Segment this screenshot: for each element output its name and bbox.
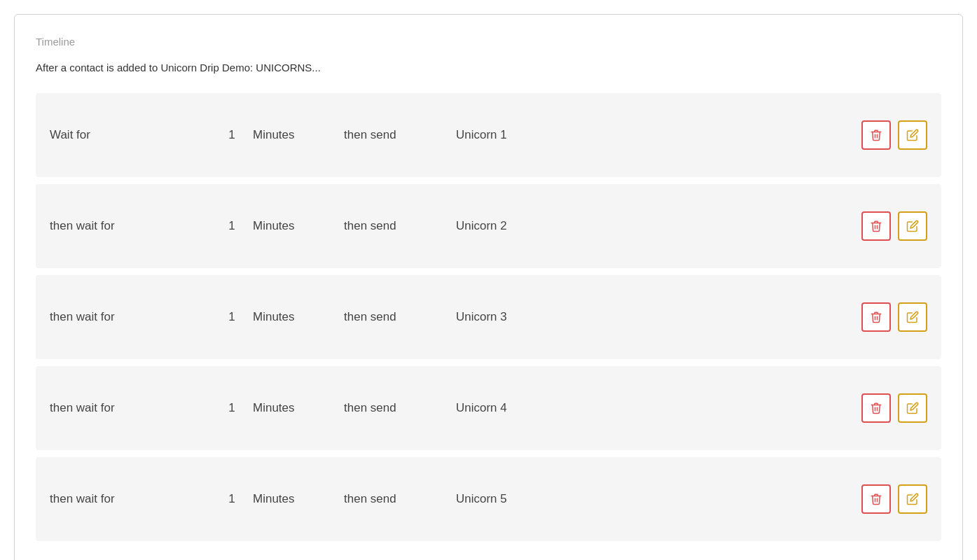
timeline-row: then wait for 1 Minutes then send Unicor… <box>36 457 941 541</box>
cell-then-send: then send <box>344 128 456 142</box>
timeline-container: Timeline After a contact is added to Uni… <box>14 14 963 560</box>
pencil-icon <box>906 311 919 323</box>
row-cells: then wait for 1 Minutes then send Unicor… <box>50 492 861 506</box>
cell-number: 1 <box>211 401 253 415</box>
delete-button[interactable] <box>861 120 891 150</box>
cell-actions <box>861 302 927 332</box>
edit-button[interactable] <box>898 302 927 332</box>
cell-wait-label: then wait for <box>50 219 211 233</box>
cell-wait-label: then wait for <box>50 310 211 324</box>
cell-campaign-name: Unicorn 5 <box>456 492 861 506</box>
cell-number: 1 <box>211 492 253 506</box>
cell-number: 1 <box>211 310 253 324</box>
timeline-row: then wait for 1 Minutes then send Unicor… <box>36 275 941 359</box>
cell-campaign-name: Unicorn 2 <box>456 219 861 233</box>
trash-icon <box>870 220 882 232</box>
cell-number: 1 <box>211 219 253 233</box>
pencil-icon <box>906 220 919 232</box>
timeline-row: Wait for 1 Minutes then send Unicorn 1 <box>36 93 941 177</box>
pencil-icon <box>906 129 919 141</box>
pencil-icon <box>906 493 919 505</box>
cell-actions <box>861 211 927 241</box>
delete-button[interactable] <box>861 393 891 423</box>
cell-unit: Minutes <box>253 219 344 233</box>
trash-icon <box>870 129 882 141</box>
cell-unit: Minutes <box>253 492 344 506</box>
cell-wait-label: Wait for <box>50 128 211 142</box>
cell-wait-label: then wait for <box>50 492 211 506</box>
delete-button[interactable] <box>861 302 891 332</box>
cell-wait-label: then wait for <box>50 401 211 415</box>
row-cells: then wait for 1 Minutes then send Unicor… <box>50 310 861 324</box>
page-title: Timeline <box>36 36 941 48</box>
timeline-row: then wait for 1 Minutes then send Unicor… <box>36 184 941 268</box>
pencil-icon <box>906 402 919 414</box>
cell-number: 1 <box>211 128 253 142</box>
cell-campaign-name: Unicorn 1 <box>456 128 861 142</box>
edit-button[interactable] <box>898 393 927 423</box>
delete-button[interactable] <box>861 211 891 241</box>
trash-icon <box>870 402 882 414</box>
trash-icon <box>870 311 882 323</box>
cell-then-send: then send <box>344 310 456 324</box>
row-cells: Wait for 1 Minutes then send Unicorn 1 <box>50 128 861 142</box>
trash-icon <box>870 493 882 505</box>
row-cells: then wait for 1 Minutes then send Unicor… <box>50 219 861 233</box>
cell-actions <box>861 393 927 423</box>
timeline-rows: Wait for 1 Minutes then send Unicorn 1 <box>36 93 941 548</box>
cell-unit: Minutes <box>253 310 344 324</box>
edit-button[interactable] <box>898 120 927 150</box>
cell-actions <box>861 120 927 150</box>
cell-campaign-name: Unicorn 4 <box>456 401 861 415</box>
cell-then-send: then send <box>344 219 456 233</box>
cell-unit: Minutes <box>253 401 344 415</box>
cell-unit: Minutes <box>253 128 344 142</box>
timeline-row: then wait for 1 Minutes then send Unicor… <box>36 366 941 450</box>
subtitle: After a contact is added to Unicorn Drip… <box>36 62 941 74</box>
cell-then-send: then send <box>344 401 456 415</box>
cell-actions <box>861 484 927 514</box>
row-cells: then wait for 1 Minutes then send Unicor… <box>50 401 861 415</box>
cell-then-send: then send <box>344 492 456 506</box>
edit-button[interactable] <box>898 484 927 514</box>
edit-button[interactable] <box>898 211 927 241</box>
cell-campaign-name: Unicorn 3 <box>456 310 861 324</box>
delete-button[interactable] <box>861 484 891 514</box>
